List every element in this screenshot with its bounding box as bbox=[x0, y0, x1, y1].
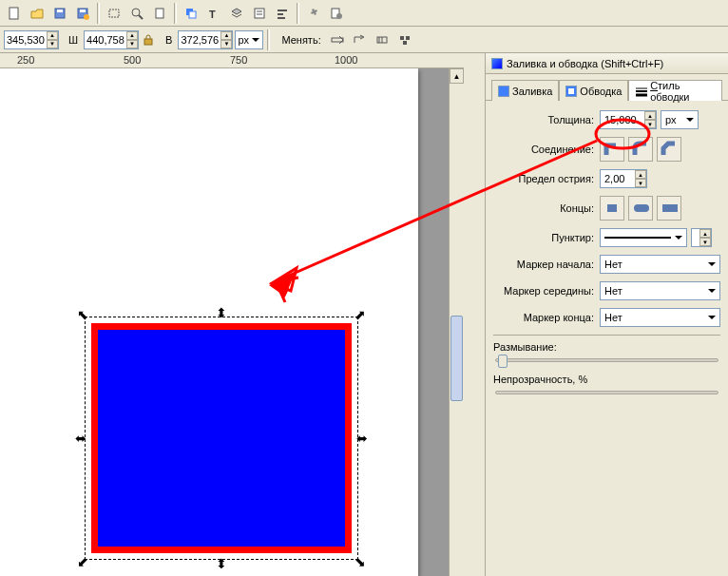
resize-handle-nw[interactable]: ⬉ bbox=[76, 308, 89, 321]
affect-corners-icon[interactable] bbox=[350, 29, 371, 50]
resize-handle-sw[interactable]: ⬋ bbox=[76, 555, 89, 568]
stroke-style-panel: Толщина: ▲▼ px Соединение: Предел острия… bbox=[486, 101, 728, 576]
blur-slider[interactable] bbox=[495, 358, 718, 362]
dash-offset-spinner[interactable]: ▲▼ bbox=[699, 229, 711, 246]
join-label: Соединение: bbox=[493, 144, 600, 155]
marker-end-select[interactable]: Нет bbox=[600, 308, 720, 327]
blur-slider-thumb[interactable] bbox=[498, 355, 508, 368]
join-round-button[interactable] bbox=[628, 137, 653, 162]
w-spinner[interactable]: ▲▼ bbox=[126, 31, 138, 48]
scroll-up-icon[interactable]: ▲ bbox=[450, 68, 464, 84]
row-thickness: Толщина: ▲▼ px bbox=[493, 110, 720, 129]
svg-text:T: T bbox=[209, 9, 216, 20]
affect-pattern-icon[interactable] bbox=[395, 29, 416, 50]
dock-title-bar[interactable]: Заливка и обводка (Shift+Ctrl+F) bbox=[486, 53, 728, 74]
row-marker-start: Маркер начала: Нет bbox=[493, 255, 720, 274]
w-field[interactable]: ▲▼ bbox=[84, 30, 139, 49]
selection-bounds[interactable]: ⬉ ⬍ ⬈ ⬌ ⬌ ⬋ ⬍ ⬊ bbox=[78, 310, 365, 566]
dash-select[interactable] bbox=[600, 228, 687, 247]
resize-handle-ne[interactable]: ⬈ bbox=[354, 308, 367, 321]
save-as-icon[interactable] bbox=[72, 3, 93, 24]
row-marker-mid: Маркер середины: Нет bbox=[493, 281, 720, 300]
blur-label: Размывание: bbox=[493, 341, 720, 353]
thickness-unit-select[interactable]: px bbox=[661, 110, 699, 129]
dash-label: Пунктир: bbox=[493, 232, 600, 243]
cap-square-button[interactable] bbox=[657, 196, 681, 221]
miter-label: Предел острия: bbox=[493, 173, 600, 184]
miter-spinner[interactable]: ▲▼ bbox=[635, 170, 646, 187]
save-icon[interactable] bbox=[49, 3, 70, 24]
vertical-scrollbar[interactable]: ▲ bbox=[449, 68, 464, 576]
resize-handle-n[interactable]: ⬍ bbox=[215, 306, 228, 319]
affect-gradient-icon[interactable] bbox=[373, 29, 393, 50]
marker-end-label: Маркер конца: bbox=[493, 312, 600, 323]
tab-stroke-paint[interactable]: Обводка bbox=[559, 80, 628, 101]
x-field[interactable]: ▲▼ bbox=[4, 30, 59, 49]
xml-icon[interactable] bbox=[249, 3, 270, 24]
cap-label: Концы: bbox=[493, 202, 600, 214]
zoom-page-icon[interactable] bbox=[149, 3, 170, 24]
svg-rect-17 bbox=[278, 13, 283, 15]
svg-rect-2 bbox=[57, 10, 63, 12]
svg-point-7 bbox=[132, 9, 140, 16]
fill-stroke-dock: Заливка и обводка (Shift+Ctrl+F) Заливка… bbox=[485, 53, 728, 576]
fill-swatch-icon bbox=[498, 86, 509, 97]
h-field[interactable]: ▲▼ bbox=[178, 30, 233, 49]
x-spinner[interactable]: ▲▼ bbox=[47, 31, 58, 48]
opacity-slider[interactable] bbox=[495, 391, 718, 394]
stroke-swatch-icon bbox=[565, 86, 577, 97]
svg-rect-6 bbox=[109, 10, 119, 17]
text-tool-icon[interactable]: T bbox=[203, 3, 224, 24]
cap-round-button[interactable] bbox=[628, 196, 653, 221]
new-doc-icon[interactable] bbox=[4, 3, 25, 24]
h-label: В bbox=[165, 34, 172, 46]
svg-rect-0 bbox=[10, 8, 18, 19]
doc-prefs-icon[interactable] bbox=[326, 3, 347, 24]
marker-mid-label: Маркер середины: bbox=[493, 285, 600, 297]
rectangle-shape[interactable] bbox=[91, 323, 352, 553]
resize-handle-se[interactable]: ⬊ bbox=[354, 555, 367, 568]
join-bevel-button[interactable] bbox=[657, 137, 681, 162]
tab-stroke-style[interactable]: Стиль обводки bbox=[628, 80, 722, 101]
resize-handle-s[interactable]: ⬍ bbox=[215, 557, 228, 570]
resize-handle-w[interactable]: ⬌ bbox=[74, 432, 87, 445]
align-icon[interactable] bbox=[272, 3, 293, 24]
dock-title-label: Заливка и обводка (Shift+Ctrl+F) bbox=[507, 58, 663, 69]
tab-fill[interactable]: Заливка bbox=[491, 80, 559, 101]
zoom-sel-icon[interactable] bbox=[126, 3, 147, 24]
miter-field[interactable]: ▲▼ bbox=[600, 169, 647, 188]
svg-rect-4 bbox=[80, 10, 86, 12]
canvas[interactable]: ⬉ ⬍ ⬈ ⬌ ⬌ ⬋ ⬍ ⬊ ▲ bbox=[0, 68, 464, 576]
horizontal-ruler: 250 500 750 1000 bbox=[0, 53, 464, 68]
svg-rect-21 bbox=[144, 39, 152, 45]
change-label: Менять: bbox=[281, 34, 320, 46]
zoom-fit-icon[interactable] bbox=[104, 3, 125, 24]
row-marker-end: Маркер конца: Нет bbox=[493, 308, 720, 327]
marker-mid-select[interactable]: Нет bbox=[600, 281, 720, 300]
svg-point-5 bbox=[84, 14, 89, 20]
row-cap: Концы: bbox=[493, 196, 720, 221]
open-doc-icon[interactable] bbox=[27, 3, 48, 24]
layers-icon[interactable] bbox=[226, 3, 247, 24]
prefs-icon[interactable] bbox=[303, 3, 324, 24]
marker-start-select[interactable]: Нет bbox=[600, 255, 720, 274]
row-join: Соединение: bbox=[493, 137, 720, 162]
unit-select[interactable]: px bbox=[235, 30, 263, 49]
resize-handle-e[interactable]: ⬌ bbox=[355, 432, 369, 445]
lock-aspect-icon[interactable] bbox=[141, 30, 156, 49]
fill-stroke-icon[interactable] bbox=[181, 3, 201, 24]
cap-butt-button[interactable] bbox=[600, 196, 624, 221]
affect-stroke-icon[interactable] bbox=[327, 29, 348, 50]
svg-rect-9 bbox=[156, 9, 163, 18]
svg-rect-26 bbox=[400, 36, 404, 40]
dash-offset-field[interactable]: ▲▼ bbox=[691, 228, 712, 247]
h-spinner[interactable]: ▲▼ bbox=[220, 31, 232, 48]
scroll-thumb[interactable] bbox=[450, 316, 463, 401]
row-dash: Пунктир: ▲▼ bbox=[493, 228, 720, 247]
stroke-style-icon bbox=[635, 86, 647, 97]
thickness-field[interactable]: ▲▼ bbox=[600, 110, 657, 129]
thickness-label: Толщина: bbox=[493, 114, 600, 125]
opacity-label: Непрозрачность, % bbox=[493, 374, 720, 385]
join-miter-button[interactable] bbox=[600, 137, 624, 162]
thickness-spinner[interactable]: ▲▼ bbox=[644, 111, 656, 128]
